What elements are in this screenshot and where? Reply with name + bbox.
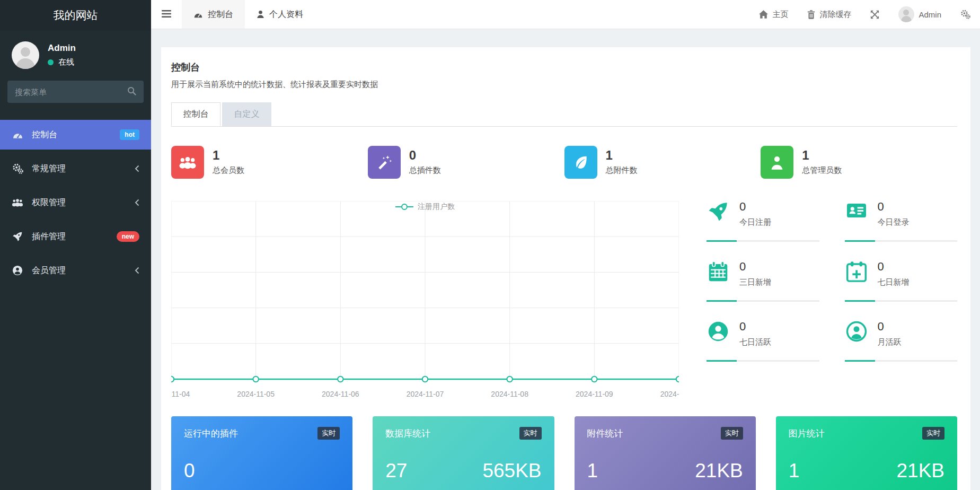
hamburger-icon (162, 10, 171, 19)
registered-users-chart: 注册用户数 2024-11-042024-11-052024-11-062024… (171, 201, 679, 400)
chevron-left-icon (135, 199, 139, 206)
avatar (12, 41, 39, 69)
navbar-right: 主页 清除缓存 Admin (749, 0, 980, 29)
card-value-2: 565KB (482, 460, 541, 482)
realtime-badge: 实时 (317, 427, 340, 440)
calendar-icon (707, 261, 730, 287)
sidebar-item-label: 权限管理 (32, 197, 66, 208)
sidebar: 我的网站 Admin 在线 控制台 (0, 0, 151, 490)
x-tick-label: 2024-11-05 (237, 390, 275, 398)
legend-label: 注册用户数 (418, 202, 455, 212)
gears-icon (12, 163, 23, 174)
topbar-tab-label: 个人资料 (269, 9, 303, 20)
sidebar-item-label: 插件管理 (32, 231, 66, 242)
avatar (898, 6, 914, 22)
stat-value: 1 (802, 149, 842, 162)
page-subtitle: 用于展示当前系统中的统计数据、统计报表及重要实时数据 (171, 80, 957, 90)
sidebar-item-label: 控制台 (32, 129, 57, 141)
expand-arrows-icon (870, 10, 879, 19)
stat-label: 今日注册 (739, 217, 771, 228)
user-circle-icon (12, 265, 23, 276)
top-navbar: 控制台 个人资料 主页 清除缓 (151, 0, 980, 29)
stat-value: 0 (878, 261, 910, 273)
chart-legend[interactable]: 注册用户数 (395, 202, 455, 212)
home-link[interactable]: 主页 (749, 0, 798, 29)
x-tick-label: 2024-11-08 (491, 390, 528, 398)
card-image-stats: 图片统计 实时 1 21KB (776, 416, 957, 490)
new-badge: new (117, 231, 139, 242)
stat-label: 今日登录 (878, 217, 910, 228)
stat-label: 月活跃 (878, 337, 902, 347)
user-chart-svg (171, 201, 679, 384)
app: 我的网站 Admin 在线 控制台 (0, 0, 980, 490)
line-marker-icon (395, 203, 413, 211)
panel-tabs: 控制台 自定义 (171, 102, 957, 127)
admin-user-icon (761, 146, 793, 179)
stat-total-addons: 0 总插件数 (368, 146, 564, 179)
realtime-badge: 实时 (721, 427, 743, 440)
leaf-icon (564, 146, 597, 179)
tab-dashboard[interactable]: 控制台 (171, 102, 220, 126)
x-tick-label: 2024-11-09 (576, 390, 613, 398)
main-area: 控制台 个人资料 主页 清除缓 (151, 0, 980, 490)
stat-value: 1 (213, 149, 244, 162)
fullscreen-button[interactable] (861, 0, 889, 29)
card-running-addons: 运行中的插件 实时 0 (171, 416, 352, 490)
user-circle-outline-icon (707, 321, 730, 347)
page-title: 控制台 (171, 61, 957, 74)
user-name: Admin (48, 43, 76, 54)
card-attachment-stats: 附件统计 实时 1 21KB (575, 416, 756, 490)
search-input[interactable] (15, 88, 127, 97)
sidebar-item-label: 常规管理 (32, 163, 66, 174)
user-group-icon (12, 198, 23, 207)
tab-custom[interactable]: 自定义 (222, 102, 271, 126)
top-stats-row: 1 总会员数 0 总插件数 (171, 146, 957, 179)
clear-cache-link[interactable]: 清除缓存 (798, 0, 861, 29)
sidebar-item-auth[interactable]: 权限管理 (0, 188, 151, 217)
sidebar-item-addon[interactable]: 插件管理 new (0, 222, 151, 251)
stat-value: 0 (878, 201, 910, 213)
side-stats-grid: 0 今日注册 (707, 201, 957, 400)
progress-bar (707, 360, 819, 362)
sidebar-toggle-button[interactable] (151, 0, 182, 29)
dashboard-panel: 控制台 用于展示当前系统中的统计数据、统计报表及重要实时数据 控制台 自定义 (161, 47, 970, 490)
x-tick-label: 2024-11-10 (660, 390, 679, 398)
member-group-icon (171, 146, 204, 179)
stat-label: 三日新增 (739, 277, 771, 287)
topbar-tab-profile[interactable]: 个人资料 (245, 0, 315, 29)
chart-x-labels: 2024-11-042024-11-052024-11-062024-11-07… (171, 387, 679, 400)
stat-label: 七日新增 (878, 277, 910, 287)
realtime-cards-row: 运行中的插件 实时 0 数据库统计 实时 (171, 416, 957, 490)
sidebar-search (7, 81, 144, 103)
home-icon (759, 10, 768, 19)
realtime-badge: 实时 (519, 427, 542, 440)
stat-value: 0 (739, 201, 771, 213)
x-tick-label: 2024-11-07 (407, 390, 444, 398)
settings-button[interactable] (951, 0, 980, 29)
progress-bar (845, 360, 958, 362)
progress-bar (707, 300, 819, 302)
topbar-tab-dashboard[interactable]: 控制台 (182, 0, 245, 29)
hot-badge: hot (120, 129, 139, 140)
stat-label: 七日活跃 (739, 337, 771, 347)
stat-value: 0 (878, 321, 902, 332)
sidebar-item-member[interactable]: 会员管理 (0, 256, 151, 285)
user-menu[interactable]: Admin (889, 0, 951, 29)
card-value: 0 (184, 460, 195, 482)
card-value: 1 (789, 460, 800, 482)
sidebar-item-label: 会员管理 (32, 265, 66, 276)
user-menu-label: Admin (919, 10, 941, 19)
user-panel: Admin 在线 (0, 31, 151, 75)
sidebar-item-general[interactable]: 常规管理 (0, 154, 151, 183)
card-title: 附件统计 (587, 427, 623, 440)
sidebar-item-dashboard[interactable]: 控制台 hot (0, 120, 151, 150)
search-icon[interactable] (127, 86, 136, 98)
stat-value: 0 (739, 321, 771, 332)
trash-icon (807, 10, 815, 19)
progress-bar (845, 240, 958, 242)
magic-wand-icon (368, 146, 401, 179)
stat-monthly-active: 0 月活跃 (845, 321, 958, 362)
x-tick-label: 2024-11-04 (171, 390, 190, 398)
stat-total-admins: 1 总管理员数 (761, 146, 957, 179)
gauge-icon (12, 130, 23, 139)
